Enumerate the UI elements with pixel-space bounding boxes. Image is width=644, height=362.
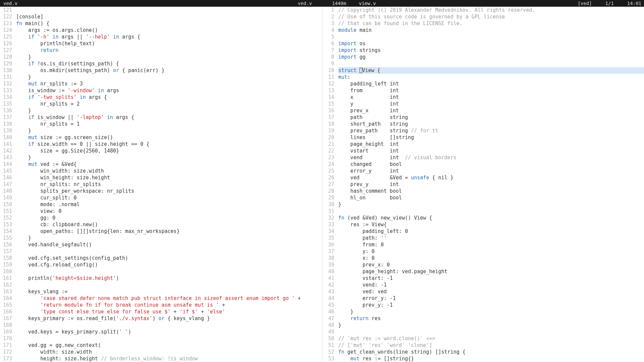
code-line[interactable]: mut nr_splits := 3 (16, 80, 322, 87)
code-line[interactable]: hash_comment bool (338, 188, 644, 194)
code-line[interactable]: module main (338, 27, 644, 34)
code-line[interactable]: } (338, 322, 644, 328)
code-line[interactable] (338, 328, 644, 335)
code-line[interactable]: x int (338, 94, 644, 101)
code-line[interactable] (16, 268, 322, 275)
code-line[interactable]: ved &Ved = unsafe { nil } (338, 174, 644, 181)
code-line[interactable]: error_y: -1 (338, 295, 644, 302)
code-line[interactable]: if '-two_splits' in args { (16, 94, 322, 101)
code-line[interactable] (16, 248, 322, 255)
code-line[interactable]: } (338, 201, 644, 208)
code-line[interactable]: page_height int (338, 141, 644, 147)
code-line[interactable]: x: 0 (338, 255, 644, 261)
code-line[interactable]: os.mkdir(settings_path) or { panic(err) … (16, 67, 322, 74)
code-line[interactable]: prev_y: -1 (338, 302, 644, 308)
code-line[interactable]: nr_splits: nr_splits (16, 181, 322, 188)
code-line[interactable] (16, 7, 322, 13)
code-line[interactable]: ved.cfg.reload_config() (16, 261, 322, 268)
code-line[interactable]: nr_splits = 2 (16, 101, 322, 107)
code-line[interactable]: open_paths: [][]string{len: max_nr_works… (16, 228, 322, 235)
code-line[interactable]: ved.gg = gg.new_context( (16, 342, 322, 349)
code-line[interactable]: path string (338, 114, 644, 121)
code-line[interactable]: } (16, 235, 322, 241)
code-line[interactable]: y int (338, 101, 644, 107)
code-line[interactable] (16, 282, 322, 288)
editor-pane-left[interactable]: 1211221231241251261271281291301311321331… (0, 7, 322, 362)
code-line[interactable]: cb: clipboard.new() (16, 221, 322, 228)
code-line[interactable]: // ['mut' 'res' 'word' 'clone'] (338, 342, 644, 349)
code-left[interactable]: [console]fn main() { args := os.args.clo… (16, 7, 322, 362)
code-line[interactable]: lines []string (338, 134, 644, 141)
code-line[interactable]: ved.handle_segfault() (16, 241, 322, 248)
code-line[interactable]: padding_left: 0 (338, 228, 644, 235)
code-line[interactable]: ved.cfg.set_settings(config_path) (16, 255, 322, 261)
code-line[interactable]: } (16, 127, 322, 134)
code-line[interactable]: vend: -1 (338, 282, 644, 288)
code-line[interactable]: 'return module fn if for break continue … (16, 302, 322, 308)
code-line[interactable]: if '-h' in args || '--help' in args { (16, 34, 322, 40)
code-line[interactable]: 'case shared defer none match pub struct… (16, 295, 322, 302)
code-line[interactable]: keys_vlang := (16, 288, 322, 295)
code-line[interactable]: // that can be found in the LICENSE file… (338, 20, 644, 27)
code-line[interactable]: [console] (16, 13, 322, 20)
code-line[interactable]: changed bool (338, 161, 644, 168)
code-line[interactable]: fn (ved &Ved) new_view() View { (338, 215, 644, 221)
code-line[interactable]: } (16, 74, 322, 80)
code-line[interactable]: fn get_clean_words(line string) []string… (338, 349, 644, 355)
code-line[interactable]: // Use of this source code is governed b… (338, 13, 644, 20)
code-line[interactable] (338, 208, 644, 215)
code-line[interactable]: page_height: ved.page_height (338, 268, 644, 275)
code-line[interactable]: return (16, 47, 322, 54)
code-line[interactable]: println(help_text) (16, 40, 322, 47)
code-line[interactable]: size = gg.Size{2560, 1480} (16, 147, 322, 154)
editor-pane-right[interactable]: 1234567891011121314151617181920212223242… (322, 7, 644, 362)
code-line[interactable]: } (338, 308, 644, 315)
code-line[interactable]: struct View { (338, 67, 644, 74)
code-line[interactable]: if is_window || '-laptop' in args { (16, 114, 322, 121)
code-line[interactable]: if size.width == 0 || size.height == 0 { (16, 141, 322, 147)
code-line[interactable]: splits_per_workspace: nr_splits (16, 188, 322, 194)
code-line[interactable]: println('height=$size.height') (16, 275, 322, 282)
code-line[interactable]: mut: (338, 74, 644, 80)
code-line[interactable]: } (16, 54, 322, 60)
code-line[interactable]: from: 0 (338, 241, 644, 248)
code-line[interactable] (16, 322, 322, 328)
code-line[interactable]: ved.keys = keys_primary.split(' ') (16, 328, 322, 335)
code-line[interactable]: fn main() { (16, 20, 322, 27)
code-line[interactable]: 'type const else true else for false use… (16, 308, 322, 315)
code-line[interactable]: nr_splits = 1 (16, 121, 322, 127)
code-line[interactable]: mut res := []string{} (338, 355, 644, 362)
code-line[interactable]: ved: ved (338, 288, 644, 295)
tab-left-file[interactable]: ved.v (0, 0, 21, 7)
code-line[interactable]: hl_on bool (338, 194, 644, 201)
code-line[interactable]: gg: 0 (16, 215, 322, 221)
code-line[interactable]: return res (338, 315, 644, 322)
code-line[interactable]: prev_y int (338, 181, 644, 188)
code-line[interactable]: mode: .normal (16, 201, 322, 208)
code-line[interactable]: vend int // visual borders (338, 154, 644, 161)
code-line[interactable]: padding_left int (338, 80, 644, 87)
code-line[interactable] (338, 34, 644, 40)
code-line[interactable]: prev_x int (338, 107, 644, 114)
code-line[interactable]: prev_x: 0 (338, 261, 644, 268)
code-line[interactable]: res := View{ (338, 221, 644, 228)
code-line[interactable]: import gg (338, 54, 644, 60)
code-line[interactable]: import os (338, 40, 644, 47)
code-line[interactable]: path: '' (338, 235, 644, 241)
code-line[interactable]: // `mut res := word.clone()` ==> (338, 335, 644, 342)
code-line[interactable]: height: size.height // borderless_window… (16, 355, 322, 362)
code-line[interactable]: vstart int (338, 147, 644, 154)
code-line[interactable]: vstart: -1 (338, 275, 644, 282)
code-line[interactable]: args := os.args.clone() (16, 27, 322, 34)
code-line[interactable]: is_window := '-window' in args (16, 87, 322, 94)
code-line[interactable]: if !os.is_dir(settings_path) { (16, 60, 322, 67)
code-line[interactable]: short_path string (338, 121, 644, 127)
code-line[interactable]: win_height: size.height (16, 174, 322, 181)
code-line[interactable]: // Copyright (c) 2019 Alexander Medvedni… (338, 7, 644, 13)
code-line[interactable]: mut size := gg.screen_size() (16, 134, 322, 141)
code-line[interactable]: mut ved := &Ved{ (16, 161, 322, 168)
code-line[interactable]: import strings (338, 47, 644, 54)
code-line[interactable]: prev_path string // for tt (338, 127, 644, 134)
code-line[interactable]: view: 0 (16, 208, 322, 215)
code-line[interactable]: y: 0 (338, 248, 644, 255)
